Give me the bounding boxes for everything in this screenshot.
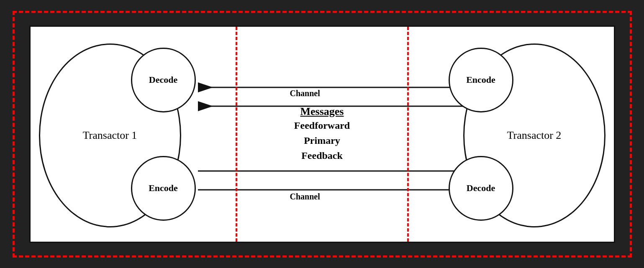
transactor1-label: Transactor 1 (83, 129, 137, 142)
channel-top-label: Channel (290, 89, 320, 98)
outer-dashed-border: Transactor 1 Transactor 2 Decode Encode … (13, 11, 632, 258)
feedback-label: Feedback (294, 148, 350, 163)
t2-encode-circle: Encode (449, 48, 513, 112)
red-dashed-line-left (236, 27, 237, 242)
diagram-container: Transactor 1 Transactor 2 Decode Encode … (29, 26, 615, 243)
primary-label: Primary (294, 133, 350, 148)
messages-label: Messages (294, 105, 350, 118)
channel-bottom-label: Channel (290, 192, 320, 202)
center-text-block: Messages Feedforward Primary Feedback (294, 105, 350, 163)
feedforward-label: Feedforward (294, 118, 350, 133)
t2-decode-circle: Decode (449, 156, 513, 221)
red-dashed-line-right (407, 27, 409, 242)
t1-decode-circle: Decode (131, 48, 196, 112)
t1-encode-circle: Encode (131, 156, 196, 221)
transactor2-label: Transactor 2 (507, 129, 562, 142)
